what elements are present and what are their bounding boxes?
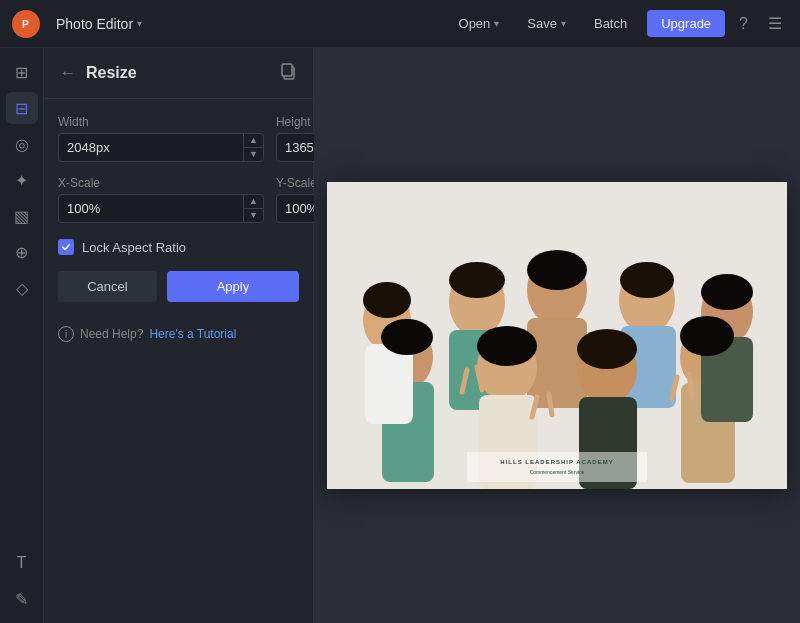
photo-image: HILLS LEADERSHIP ACADEMY Commencement Se… [327,182,787,489]
batch-button[interactable]: Batch [582,11,639,36]
app-name-button[interactable]: Photo Editor ▾ [48,12,150,36]
objects-icon: ⊕ [15,243,28,262]
xscale-up-btn[interactable]: ▲ [244,195,263,209]
layers-icon: ▧ [14,207,29,226]
batch-label: Batch [594,16,627,31]
svg-line-37 [689,374,692,397]
magic-icon-btn[interactable]: ✦ [6,164,38,196]
save-label: Save [527,16,557,31]
svg-point-28 [577,329,637,369]
svg-text:HILLS LEADERSHIP ACADEMY: HILLS LEADERSHIP ACADEMY [500,459,613,465]
help-text: Need Help? [80,327,143,341]
help-button[interactable]: ? [733,11,754,37]
svg-text:Commencement Service: Commencement Service [530,469,585,475]
width-up-btn[interactable]: ▲ [244,134,263,148]
open-button[interactable]: Open ▾ [447,11,512,36]
shape-icon-btn[interactable]: ◇ [6,272,38,304]
brush-icon: ✎ [15,590,28,609]
sliders-icon: ⊟ [15,99,28,118]
svg-point-27 [477,326,537,366]
xscale-input[interactable] [59,195,243,222]
width-spinner: ▲ ▼ [58,133,264,162]
scale-row: X-Scale ▲ ▼ Y-Scale ▲ [58,176,299,223]
copy-icon [279,62,297,80]
copy-button[interactable] [277,60,299,86]
width-group: Width ▲ ▼ [58,115,264,162]
xscale-group: X-Scale ▲ ▼ [58,176,264,223]
svg-text:P: P [22,19,29,30]
svg-rect-20 [365,344,413,424]
icon-sidebar: ⊞ ⊟ ◎ ✦ ▧ ⊕ ◇ T ✎ [0,48,44,623]
checkmark-icon [61,242,71,252]
svg-point-23 [449,262,505,298]
xscale-spinner: ▲ ▼ [58,194,264,223]
xscale-down-btn[interactable]: ▼ [244,209,263,222]
eye-icon: ◎ [15,135,29,154]
width-down-btn[interactable]: ▼ [244,148,263,161]
app-name-chevron-icon: ▾ [137,18,142,29]
svg-point-26 [381,319,433,355]
apply-label: Apply [217,279,250,294]
people-svg: HILLS LEADERSHIP ACADEMY Commencement Se… [327,182,787,489]
topbar-center: Open ▾ Save ▾ Batch [447,11,640,36]
text-icon-btn[interactable]: T [6,547,38,579]
info-icon: i [58,326,74,342]
photo-inner: HILLS LEADERSHIP ACADEMY Commencement Se… [327,182,787,489]
photo-container: HILLS LEADERSHIP ACADEMY Commencement Se… [327,182,787,489]
adjust-icon-btn[interactable]: ⊟ [6,92,38,124]
apply-button[interactable]: Apply [167,271,299,302]
width-label: Width [58,115,264,129]
objects-icon-btn[interactable]: ⊕ [6,236,38,268]
left-panel: ← Resize Width ▲ ▼ [44,48,314,623]
upgrade-button[interactable]: Upgrade [647,10,725,37]
brush-icon-btn[interactable]: ✎ [6,583,38,615]
open-chevron-icon: ▾ [494,18,499,29]
lock-checkbox[interactable] [58,239,74,255]
home-icon-btn[interactable]: ⊞ [6,56,38,88]
canvas-area: HILLS LEADERSHIP ACADEMY Commencement Se… [314,48,800,623]
panel-title: Resize [86,64,269,82]
svg-point-31 [701,274,753,310]
layers-icon-btn[interactable]: ▧ [6,200,38,232]
view-icon-btn[interactable]: ◎ [6,128,38,160]
cancel-label: Cancel [87,279,127,294]
save-chevron-icon: ▾ [561,18,566,29]
upgrade-label: Upgrade [661,16,711,31]
home-icon: ⊞ [15,63,28,82]
app-name-label: Photo Editor [56,16,133,32]
text-icon: T [17,554,27,572]
tutorial-link[interactable]: Here's a Tutorial [149,327,236,341]
app-logo: P [12,10,40,38]
xscale-label: X-Scale [58,176,264,190]
topbar-right: Upgrade ? ☰ [647,10,788,37]
lock-label[interactable]: Lock Aspect Ratio [82,240,186,255]
cancel-button[interactable]: Cancel [58,271,157,302]
svg-rect-3 [282,64,292,76]
dimension-row: Width ▲ ▼ Height ▲ [58,115,299,162]
panel-header: ← Resize [44,48,313,99]
magic-icon: ✦ [15,171,28,190]
menu-button[interactable]: ☰ [762,10,788,37]
back-button[interactable]: ← [58,62,78,84]
svg-point-30 [363,282,411,318]
help-row: i Need Help? Here's a Tutorial [44,322,313,354]
save-button[interactable]: Save ▾ [515,11,578,36]
svg-point-29 [680,316,734,356]
svg-rect-38 [467,452,647,482]
shape-icon: ◇ [16,279,28,298]
lock-aspect-row: Lock Aspect Ratio [58,237,299,257]
main-area: ⊞ ⊟ ◎ ✦ ▧ ⊕ ◇ T ✎ ← Resize [0,48,800,623]
action-row: Cancel Apply [58,271,299,306]
open-label: Open [459,16,491,31]
width-input[interactable] [59,134,243,161]
svg-line-35 [549,394,552,415]
topbar: P Photo Editor ▾ Open ▾ Save ▾ Batch Upg… [0,0,800,48]
svg-point-24 [527,250,587,290]
svg-point-25 [620,262,674,298]
resize-form: Width ▲ ▼ Height ▲ [44,99,313,322]
